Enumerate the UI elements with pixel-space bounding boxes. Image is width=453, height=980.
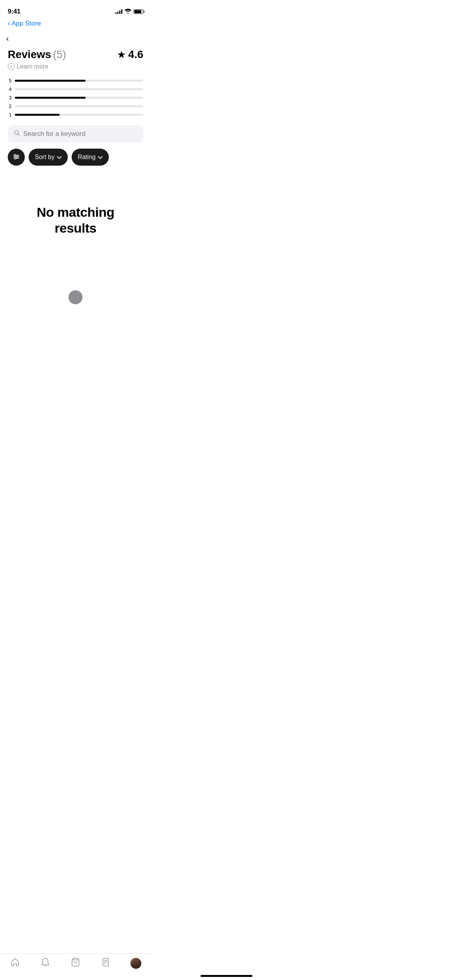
app-store-back-button[interactable]: App Store	[12, 20, 41, 27]
empty-state: No matching results	[8, 181, 143, 259]
svg-point-7	[15, 158, 16, 159]
sort-by-button[interactable]: Sort by	[29, 149, 68, 166]
bar-track-2	[15, 105, 143, 107]
status-bar: 9:41	[0, 0, 151, 19]
rating-number: 4.6	[128, 48, 143, 61]
sort-by-label: Sort by	[35, 154, 55, 161]
status-icons	[115, 8, 143, 15]
wifi-icon	[125, 8, 131, 15]
bar-fill-3	[15, 97, 86, 99]
bar-label-1: 1	[8, 112, 12, 118]
reviews-count: (5)	[53, 48, 66, 60]
rating-bar-3: 3	[8, 95, 143, 101]
back-chevron-icon: ‹	[8, 19, 10, 27]
search-input[interactable]	[23, 130, 137, 138]
bar-track-1	[15, 114, 143, 116]
nav-bar: ‹	[0, 31, 151, 45]
battery-icon	[134, 9, 143, 14]
main-content: Reviews (5) ★ 4.6 i Learn more 5 4 3	[0, 48, 151, 312]
reviews-header: Reviews (5) ★ 4.6	[8, 48, 143, 61]
bar-label-3: 3	[8, 95, 12, 101]
rating-bar-2: 2	[8, 103, 143, 109]
reviews-title-group: Reviews (5)	[8, 48, 66, 61]
learn-more-text: Learn more	[17, 63, 48, 70]
bar-fill-1	[15, 114, 60, 116]
rating-bars: 5 4 3 2 1	[8, 78, 143, 118]
filter-options-button[interactable]	[8, 149, 25, 166]
back-chevron-icon: ‹	[6, 34, 9, 42]
reviews-title: Reviews	[8, 48, 51, 60]
app-store-back-row: ‹ App Store	[0, 19, 151, 31]
signal-bars-icon	[115, 9, 122, 14]
search-container	[8, 125, 143, 142]
rating-display: ★ 4.6	[117, 48, 143, 61]
bar-label-5: 5	[8, 78, 12, 84]
rating-chevron-icon	[98, 154, 103, 160]
svg-point-5	[17, 156, 18, 158]
svg-line-1	[18, 134, 20, 136]
learn-more-row[interactable]: i Learn more	[8, 63, 143, 70]
search-input-wrapper[interactable]	[8, 125, 143, 142]
status-time: 9:41	[8, 8, 21, 15]
bar-label-2: 2	[8, 103, 12, 109]
filter-row: Sort by Rating	[8, 149, 143, 166]
bar-fill-5	[15, 80, 86, 82]
rating-filter-button[interactable]: Rating	[72, 149, 109, 166]
rating-filter-label: Rating	[78, 154, 96, 161]
star-icon: ★	[117, 49, 126, 61]
svg-point-3	[14, 154, 16, 156]
empty-state-message: No matching results	[15, 204, 136, 236]
rating-bar-1: 1	[8, 112, 143, 118]
sliders-icon	[13, 153, 20, 161]
bar-track-3	[15, 97, 143, 99]
bar-label-4: 4	[8, 86, 12, 92]
search-icon	[14, 130, 20, 138]
info-icon: i	[8, 63, 15, 70]
scroll-dot	[69, 290, 82, 304]
bar-track-5	[15, 80, 143, 82]
sort-by-chevron-icon	[57, 154, 62, 160]
rating-bar-5: 5	[8, 78, 143, 84]
scroll-indicator	[8, 283, 143, 312]
bar-track-4	[15, 88, 143, 90]
back-button[interactable]: ‹	[6, 34, 9, 42]
rating-bar-4: 4	[8, 86, 143, 92]
